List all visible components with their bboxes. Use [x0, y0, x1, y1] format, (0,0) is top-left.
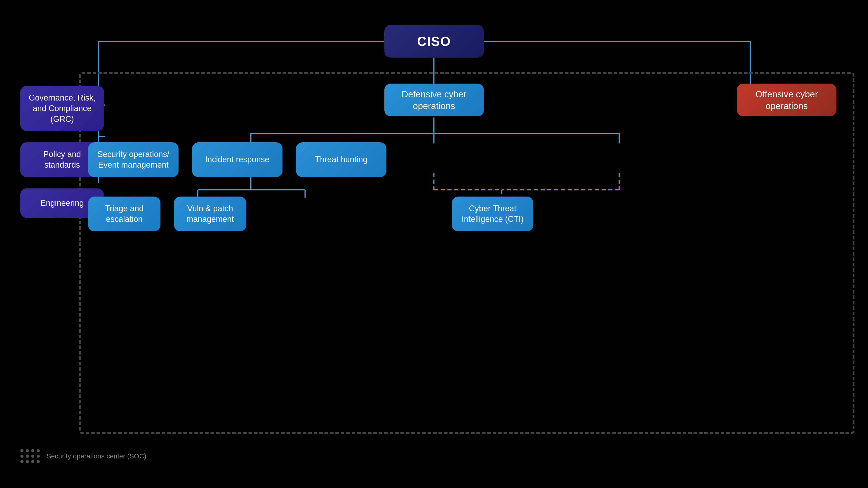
grc-box: Governance, Risk, and Compliance (GRC)	[20, 86, 104, 131]
offensive-label: Offensive cyber operations	[741, 88, 832, 112]
triage-box: Triage and escalation	[88, 197, 160, 231]
defensive-label: Defensive cyber operations	[389, 88, 479, 112]
threat-label: Threat hunting	[315, 154, 367, 165]
legend-dots-icon	[20, 449, 40, 463]
threat-box: Threat hunting	[296, 142, 386, 177]
ciso-label: CISO	[417, 34, 451, 49]
defensive-box: Defensive cyber operations	[384, 84, 484, 116]
legend: Security operations center (SOC)	[20, 449, 147, 463]
vuln-label: Vuln & patch management	[180, 203, 241, 225]
policy-label: Policy and standards	[26, 149, 98, 170]
incident-label: Incident response	[205, 154, 269, 165]
offensive-box: Offensive cyber operations	[737, 84, 836, 116]
cti-label: Cyber Threat Intelligence (CTI)	[458, 203, 528, 225]
ciso-box: CISO	[384, 25, 484, 58]
incident-box: Incident response	[192, 142, 282, 177]
soc-border	[79, 72, 855, 434]
mid-row: Security operations/ Event management In…	[88, 142, 827, 177]
bottom-row: Triage and escalation Vuln & patch manag…	[88, 197, 246, 231]
secops-box: Security operations/ Event management	[88, 142, 179, 177]
cti-box: Cyber Threat Intelligence (CTI)	[452, 197, 533, 231]
legend-label: Security operations center (SOC)	[46, 452, 147, 460]
engineering-label: Engineering	[40, 198, 84, 208]
triage-label: Triage and escalation	[94, 203, 155, 225]
grc-label: Governance, Risk, and Compliance (GRC)	[26, 93, 98, 124]
vuln-box: Vuln & patch management	[174, 197, 246, 231]
diagram-container: CISO Governance, Risk, and Compliance (G…	[13, 18, 855, 470]
secops-label: Security operations/ Event management	[94, 149, 173, 170]
